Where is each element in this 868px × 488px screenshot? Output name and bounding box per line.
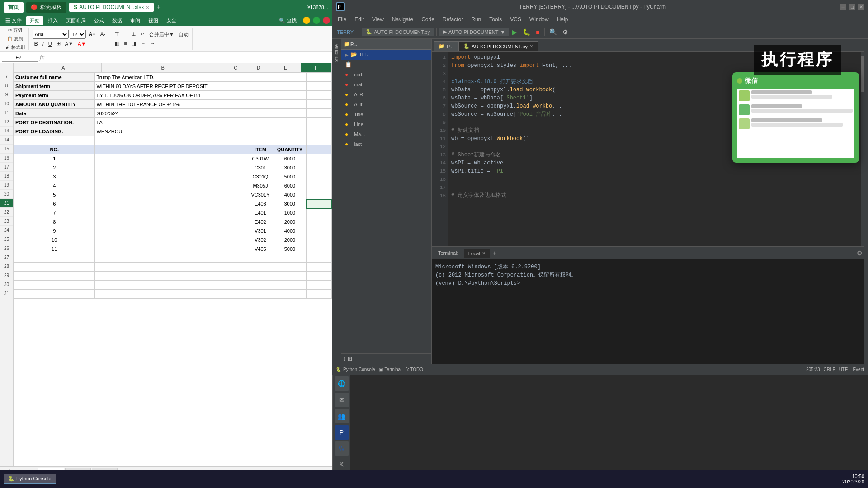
cell-F12[interactable]	[307, 118, 331, 127]
cell-empty[interactable]	[14, 290, 95, 299]
terminal-status-btn[interactable]: ▣ Terminal	[379, 367, 402, 372]
cell-E23[interactable]: 2000	[273, 217, 307, 226]
row-24[interactable]: 24	[0, 226, 13, 235]
cell-C12[interactable]	[229, 118, 248, 127]
row-28[interactable]: 28	[0, 262, 13, 271]
taskbar-pycharm[interactable]: 🐍 Python Console	[4, 474, 56, 484]
menu-file[interactable]: File	[334, 15, 350, 23]
row-9[interactable]: 9	[0, 90, 13, 99]
cell-F20[interactable]	[307, 190, 331, 199]
fill-color-btn[interactable]: A▼	[63, 40, 75, 47]
cell-C9[interactable]	[229, 91, 248, 100]
cell-C20[interactable]	[229, 190, 248, 199]
cell-C16[interactable]	[229, 154, 248, 163]
cell-C19[interactable]	[229, 181, 248, 190]
cell-F22[interactable]	[307, 208, 331, 217]
font-increase-btn[interactable]: A+	[87, 30, 98, 38]
add-tab-button[interactable]: +	[156, 3, 160, 11]
cell-A26[interactable]: 11	[14, 244, 95, 253]
run-btn[interactable]: ▶	[510, 28, 519, 37]
ribbon-tab-review[interactable]: 审阅	[127, 16, 144, 25]
align-left-btn[interactable]: ◧	[113, 40, 121, 47]
row-15[interactable]: 15	[0, 145, 13, 154]
cell-empty[interactable]	[14, 272, 95, 281]
cell-C11[interactable]	[229, 109, 248, 118]
col-header-C[interactable]: C	[224, 63, 247, 72]
ribbon-tab-data[interactable]: 数据	[108, 16, 126, 25]
cell-A19[interactable]: 4	[14, 181, 95, 190]
cell-F13[interactable]	[307, 127, 331, 136]
cell-B11[interactable]: 2020/3/24	[95, 109, 229, 118]
cell-B13[interactable]: WENZHOU	[95, 127, 229, 136]
menu-navigate[interactable]: Navigate	[388, 15, 417, 23]
italic-btn[interactable]: I	[41, 40, 46, 47]
cell-D10[interactable]	[248, 100, 273, 109]
col-header-B[interactable]: B	[102, 63, 224, 72]
cell-A10[interactable]: AMOUNT AND QUANTITY	[14, 100, 95, 109]
menu-tools[interactable]: Tools	[486, 15, 505, 23]
cell-F9[interactable]	[307, 91, 331, 100]
border-btn[interactable]: ⊞	[55, 40, 62, 47]
copy-btn[interactable]: 📋 复制	[4, 35, 27, 43]
cell-E15[interactable]: QUANTITY	[273, 145, 307, 154]
row-12[interactable]: 12	[0, 117, 13, 127]
cell-E21[interactable]: 3000	[273, 199, 307, 208]
align-middle-btn[interactable]: ≡	[122, 30, 128, 39]
cell-F10[interactable]	[307, 100, 331, 109]
cell-F7[interactable]	[307, 73, 331, 82]
cell-B18[interactable]	[95, 172, 229, 181]
close-btn[interactable]	[323, 17, 330, 24]
row-29[interactable]: 29	[0, 271, 13, 280]
row-10[interactable]: 10	[0, 99, 13, 108]
cell-B25[interactable]	[95, 235, 229, 244]
cell-F11[interactable]	[307, 109, 331, 118]
cell-B21[interactable]	[95, 199, 229, 208]
align-top-btn[interactable]: ⊤	[113, 30, 121, 39]
pycharm-maximize-btn[interactable]: □	[849, 4, 855, 10]
tree-item-line[interactable]: ● Line	[341, 119, 431, 129]
align-right-btn[interactable]: ◨	[130, 40, 138, 47]
cell-E16[interactable]: 6000	[273, 154, 307, 163]
terminal-tab[interactable]: Terminal:	[434, 249, 463, 257]
cell-C22[interactable]	[229, 208, 248, 217]
cell-D17[interactable]: C301	[248, 163, 273, 172]
cell-F26[interactable]	[307, 244, 331, 253]
cell-E14[interactable]	[273, 136, 307, 145]
wrap-text-btn[interactable]: ↵	[139, 30, 146, 39]
cell-D7[interactable]	[248, 73, 273, 82]
cell-A7[interactable]: Customer full name	[14, 73, 95, 82]
format-btn[interactable]: 🖌 格式刷	[4, 43, 27, 52]
cell-A14[interactable]	[14, 136, 95, 145]
cell-D19[interactable]: M305J	[248, 181, 273, 190]
name-box[interactable]: F21	[2, 53, 38, 62]
font-size-select[interactable]: 12	[70, 30, 86, 39]
cell-C15[interactable]	[229, 145, 248, 154]
cell-D20[interactable]: VC301Y	[248, 190, 273, 199]
cell-B20[interactable]	[95, 190, 229, 199]
tree-item-allit[interactable]: ● AllIt	[341, 99, 431, 109]
cell-E19[interactable]: 6000	[273, 181, 307, 190]
bold-btn[interactable]: B	[33, 40, 40, 47]
cell-A16[interactable]: 1	[14, 154, 95, 163]
row-19[interactable]: 19	[0, 181, 13, 190]
menu-vcs[interactable]: VCS	[506, 15, 525, 23]
row-30[interactable]: 30	[0, 280, 13, 289]
event-log-btn[interactable]: Event	[853, 367, 864, 372]
cell-B10[interactable]: WITHIN THE TOLERANCE OF +/-5%	[95, 100, 229, 109]
cell-A24[interactable]: 9	[14, 226, 95, 235]
cell-D9[interactable]	[248, 91, 273, 100]
sidebar-mail-icon[interactable]: ✉	[335, 393, 349, 407]
cell-F21-selected[interactable]	[307, 199, 331, 208]
cell-F24[interactable]	[307, 226, 331, 235]
row-31[interactable]: 31	[0, 289, 13, 298]
row-21[interactable]: 21	[0, 199, 13, 208]
sidebar-browser-icon[interactable]: 🌐	[335, 376, 349, 391]
cell-E26[interactable]: 5000	[273, 244, 307, 253]
code-scrollbar-v[interactable]	[861, 52, 864, 246]
ribbon-tab-layout[interactable]: 页面布局	[62, 16, 90, 25]
row-26[interactable]: 26	[0, 244, 13, 253]
cell-E9[interactable]	[273, 91, 307, 100]
align-bottom-btn[interactable]: ⊥	[130, 30, 138, 39]
cell-B19[interactable]	[95, 181, 229, 190]
cell-C8[interactable]	[229, 82, 248, 91]
